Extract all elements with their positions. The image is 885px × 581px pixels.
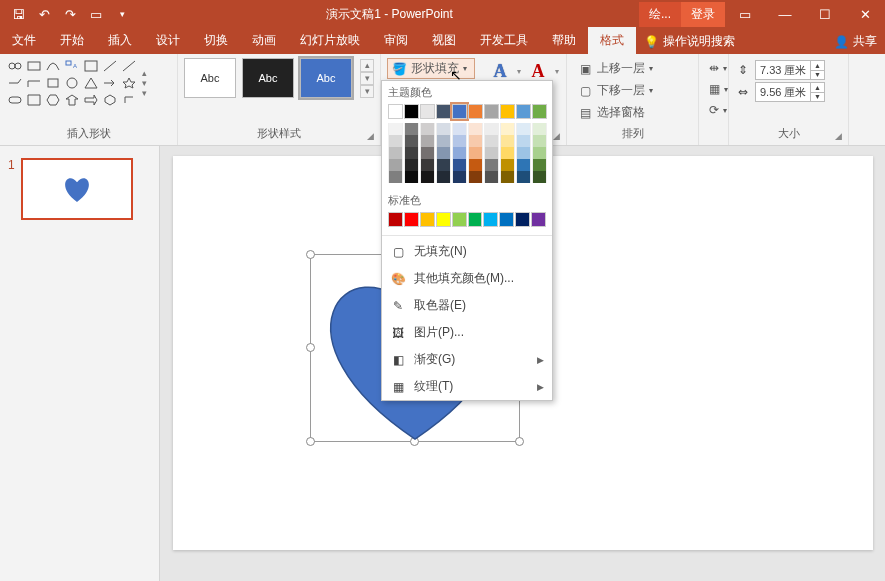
color-swatch[interactable] [452,171,467,183]
rotate-button[interactable]: ⟳▾ [705,100,722,120]
tab-home[interactable]: 开始 [48,27,96,54]
style-preset[interactable]: Abc [242,58,294,98]
color-swatch[interactable] [388,104,403,119]
color-swatch[interactable] [484,123,499,135]
gradient-item[interactable]: ◧渐变(G)▶ [382,346,552,373]
start-slideshow-icon[interactable]: ▭ [88,6,104,22]
eyedropper-item[interactable]: ✎取色器(E) [382,292,552,319]
login-button[interactable]: 登录 [681,2,725,27]
color-swatch[interactable] [532,123,547,135]
context-tab-label[interactable]: 绘... [639,2,681,27]
color-swatch[interactable] [484,171,499,183]
dialog-launcher-icon[interactable]: ◢ [835,131,842,141]
selection-pane-button[interactable]: ▤选择窗格 [573,102,692,123]
color-swatch[interactable] [388,123,403,135]
shape-item[interactable] [25,58,43,74]
tab-help[interactable]: 帮助 [540,27,588,54]
color-swatch[interactable] [468,123,483,135]
send-backward-button[interactable]: ▢下移一层▾ [573,80,692,101]
color-swatch[interactable] [484,159,499,171]
color-swatch[interactable] [436,171,451,183]
resize-handle[interactable] [306,343,315,352]
shape-item[interactable] [44,58,62,74]
color-swatch[interactable] [436,159,451,171]
shape-item[interactable] [44,75,62,91]
color-swatch[interactable] [532,159,547,171]
color-swatch[interactable] [404,212,419,227]
color-swatch[interactable] [404,123,419,135]
color-swatch[interactable] [420,147,435,159]
color-swatch[interactable] [404,171,419,183]
color-swatch[interactable] [500,159,515,171]
tab-review[interactable]: 审阅 [372,27,420,54]
width-input[interactable]: 9.56 厘米▲▼ [755,82,825,102]
resize-handle[interactable] [515,437,524,446]
resize-handle[interactable] [306,437,315,446]
color-swatch[interactable] [420,135,435,147]
color-swatch[interactable] [420,171,435,183]
shape-item[interactable]: A [63,58,81,74]
color-swatch[interactable] [500,171,515,183]
color-swatch[interactable] [516,159,531,171]
shape-item[interactable] [44,92,62,108]
color-swatch[interactable] [452,159,467,171]
shape-item[interactable] [101,58,119,74]
bring-forward-button[interactable]: ▣上移一层▾ [573,58,692,79]
shape-item[interactable] [101,75,119,91]
redo-icon[interactable]: ↷ [62,6,78,22]
color-swatch[interactable] [436,135,451,147]
color-swatch[interactable] [452,123,467,135]
picture-item[interactable]: 🖼图片(P)... [382,319,552,346]
resize-handle[interactable] [306,250,315,259]
shape-item[interactable] [82,58,100,74]
tab-insert[interactable]: 插入 [96,27,144,54]
height-input[interactable]: 7.33 厘米▲▼ [755,60,825,80]
tell-me[interactable]: 💡操作说明搜索 [636,29,743,54]
tab-format[interactable]: 格式 [588,27,636,54]
no-fill-item[interactable]: ▢无填充(N) [382,238,552,265]
color-swatch[interactable] [452,135,467,147]
color-swatch[interactable] [531,212,546,227]
color-swatch[interactable] [404,147,419,159]
tab-slideshow[interactable]: 幻灯片放映 [288,27,372,54]
color-swatch[interactable] [484,135,499,147]
color-swatch[interactable] [388,147,403,159]
shape-item[interactable] [120,58,138,74]
tab-developer[interactable]: 开发工具 [468,27,540,54]
color-swatch[interactable] [468,171,483,183]
texture-item[interactable]: ▦纹理(T)▶ [382,373,552,400]
color-swatch[interactable] [532,147,547,159]
color-swatch[interactable] [436,104,451,119]
color-swatch[interactable] [388,171,403,183]
color-swatch[interactable] [420,104,435,119]
color-swatch[interactable] [436,212,451,227]
color-swatch[interactable] [483,212,498,227]
shapes-gallery[interactable]: A [6,58,138,108]
tab-animation[interactable]: 动画 [240,27,288,54]
color-swatch[interactable] [516,147,531,159]
color-swatch[interactable] [532,104,547,119]
style-gallery-nav[interactable]: ▴▾▾ [360,59,374,98]
color-swatch[interactable] [515,212,530,227]
shape-item[interactable] [82,92,100,108]
color-swatch[interactable] [404,104,419,119]
shape-item[interactable] [63,92,81,108]
shape-item[interactable] [6,75,24,91]
color-swatch[interactable] [420,159,435,171]
color-swatch[interactable] [532,135,547,147]
save-icon[interactable]: 🖫 [10,6,26,22]
color-swatch[interactable] [484,104,499,119]
color-swatch[interactable] [388,135,403,147]
color-swatch[interactable] [516,104,531,119]
color-swatch[interactable] [452,147,467,159]
color-swatch[interactable] [436,147,451,159]
group-button[interactable]: ▦▾ [705,79,722,99]
style-preset[interactable]: Abc [184,58,236,98]
color-swatch[interactable] [516,135,531,147]
color-swatch[interactable] [420,123,435,135]
color-swatch[interactable] [468,147,483,159]
shape-item[interactable] [25,92,43,108]
color-swatch[interactable] [468,104,483,119]
color-swatch[interactable] [452,104,467,119]
color-swatch[interactable] [468,212,483,227]
